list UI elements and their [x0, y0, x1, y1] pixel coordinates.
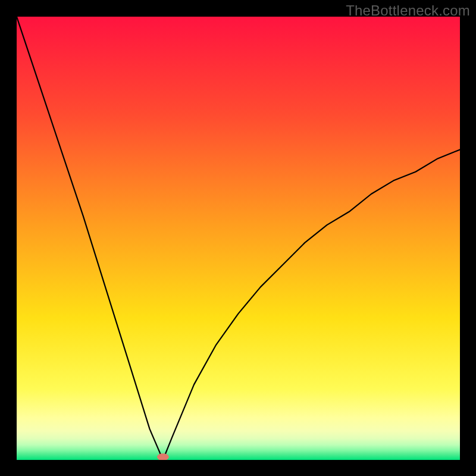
plot-area — [17, 17, 460, 460]
chart-svg — [17, 17, 460, 460]
gradient-backdrop — [17, 17, 460, 460]
chart-frame: TheBottleneck.com — [0, 0, 476, 476]
